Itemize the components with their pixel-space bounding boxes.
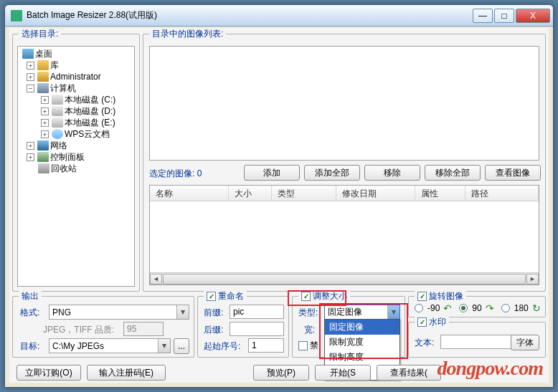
restrict-checkbox[interactable] xyxy=(298,341,308,350)
quality-label: JPEG，TIFF 品质: xyxy=(43,324,114,336)
suffix-input[interactable] xyxy=(230,322,284,336)
computer-icon xyxy=(37,83,49,93)
format-combo[interactable]: PNG▾ xyxy=(49,305,189,320)
col-type[interactable]: 类型 xyxy=(272,186,336,201)
col-path[interactable]: 路径 xyxy=(465,186,539,201)
col-name[interactable]: 名称 xyxy=(150,186,229,201)
tree-node-admin[interactable]: +Administrator xyxy=(18,71,134,82)
view-image-button[interactable]: 查看图像 xyxy=(485,165,541,181)
title-bar[interactable]: Batch Image Resizer 2.88(试用版) — □ X xyxy=(5,5,553,27)
remove-all-button[interactable]: 移除全部 xyxy=(425,165,481,181)
resize-option[interactable]: 固定图像 xyxy=(325,320,399,335)
expand-icon[interactable]: + xyxy=(27,62,34,70)
tree-node-libraries[interactable]: +库 xyxy=(18,59,134,71)
tree-node-desktop[interactable]: 桌面 xyxy=(18,48,134,59)
cloud-icon xyxy=(52,129,63,139)
horizontal-scrollbar[interactable]: ◄ ► xyxy=(150,272,539,285)
resize-checkbox[interactable] xyxy=(301,292,311,301)
preview-button[interactable]: 预览(P) xyxy=(253,365,309,381)
images-table[interactable]: 名称 大小 类型 修改日期 属性 路径 ◄ ► xyxy=(149,185,539,285)
table-header: 名称 大小 类型 修改日期 属性 路径 xyxy=(150,186,539,201)
font-button[interactable]: 字体 xyxy=(511,335,539,350)
folder-tree-label: 选择目录: xyxy=(19,28,61,40)
recycle-icon xyxy=(38,163,49,173)
add-button[interactable]: 添加 xyxy=(244,165,300,181)
chevron-down-icon: ▾ xyxy=(158,339,170,353)
directory-images-list[interactable] xyxy=(149,46,539,161)
scroll-right-icon[interactable]: ► xyxy=(526,274,539,285)
prefix-input[interactable]: pic xyxy=(230,305,284,319)
tree-node-recycle[interactable]: 回收站 xyxy=(18,163,134,174)
drive-icon xyxy=(52,118,63,128)
control-panel-icon xyxy=(37,152,49,162)
resize-option[interactable]: 限制高度 xyxy=(325,350,399,365)
rename-group: 重命名 前缀: pic 后缀: 起始序号: 1 xyxy=(197,296,289,358)
target-combo[interactable]: C:\My JPEGs▾ xyxy=(49,338,171,353)
close-button[interactable]: X xyxy=(516,9,550,23)
app-window: Batch Image Resizer 2.88(试用版) — □ X 选择目录… xyxy=(4,4,554,388)
target-label: 目标: xyxy=(20,340,39,353)
prefix-label: 前缀: xyxy=(204,307,223,319)
col-attr[interactable]: 属性 xyxy=(415,186,465,201)
network-icon xyxy=(37,140,49,150)
rotate-checkbox[interactable] xyxy=(417,292,427,301)
seq-input[interactable]: 1 xyxy=(248,338,284,353)
tree-node-computer[interactable]: −计算机 xyxy=(18,82,134,94)
rename-check-label[interactable]: 重命名 xyxy=(204,290,247,302)
library-icon xyxy=(37,60,49,70)
selected-count: 0 xyxy=(197,168,202,178)
add-all-button[interactable]: 添加全部 xyxy=(304,165,360,181)
rotate-p90-radio[interactable] xyxy=(459,304,468,312)
order-button[interactable]: 立即订购(O) xyxy=(16,365,81,381)
image-list-label: 目录中的图像列表: xyxy=(149,28,226,40)
col-size[interactable]: 大小 xyxy=(229,186,272,201)
tree-node-control-panel[interactable]: +控制面板 xyxy=(18,151,134,163)
minimize-button[interactable]: — xyxy=(473,9,493,23)
wm-text-input[interactable] xyxy=(440,335,512,349)
rename-checkbox[interactable] xyxy=(207,292,216,301)
resize-type-label: 类型: xyxy=(298,307,318,319)
drive-icon xyxy=(52,95,63,105)
selected-images-label: 选定的图像: 0 xyxy=(149,168,202,180)
rotate-ccw-icon: ↶ xyxy=(443,302,452,314)
watermark-checkbox[interactable] xyxy=(417,317,427,327)
tree-node-drive-e[interactable]: +本地磁盘 (E:) xyxy=(18,117,134,128)
tree-node-drive-d[interactable]: +本地磁盘 (D:) xyxy=(18,105,134,117)
col-date[interactable]: 修改日期 xyxy=(336,186,415,201)
rotate-cw-icon: ↷ xyxy=(486,302,494,314)
resize-option[interactable]: 限制宽度 xyxy=(325,335,399,350)
resize-group: 调整大小 类型: 固定图像▾ 宽: 禁 固定图像 限制宽度 限制高度 忽略比例 xyxy=(292,296,405,358)
resize-check-label[interactable]: 调整大小 xyxy=(298,290,350,302)
folder-tree-group: 选择目录: 桌面 +库 +Administrator −计算机 +本地磁盘 (C… xyxy=(12,34,140,292)
watermark-group: 水印 文本: 字体 xyxy=(408,322,546,358)
rotate-check-label[interactable]: 旋转图像 xyxy=(415,290,466,302)
resize-type-combo[interactable]: 固定图像▾ xyxy=(324,305,400,320)
output-group: 输出 格式: PNG▾ JPEG，TIFF 品质: 95 目标: C:\My J… xyxy=(12,296,194,358)
tree-node-wps[interactable]: +WPS云文档 xyxy=(18,128,134,140)
start-button[interactable]: 开始(S xyxy=(315,365,371,381)
desktop-icon xyxy=(22,49,34,59)
tree-node-drive-c[interactable]: +本地磁盘 (C:) xyxy=(18,94,134,105)
scroll-thumb[interactable] xyxy=(163,274,526,285)
scroll-left-icon[interactable]: ◄ xyxy=(150,274,162,285)
browse-button[interactable]: ... xyxy=(174,338,189,354)
user-icon xyxy=(37,72,49,82)
results-button[interactable]: 查看结果( xyxy=(377,365,441,381)
tree-node-network[interactable]: +网络 xyxy=(18,140,134,151)
watermark-text: dongpow.com xyxy=(438,357,543,380)
format-label: 格式: xyxy=(20,307,39,319)
rotate-m90-radio[interactable] xyxy=(415,304,423,312)
rotate-p180-radio[interactable] xyxy=(501,304,510,312)
wm-text-label: 文本: xyxy=(415,337,434,349)
image-list-group: 目录中的图像列表: 选定的图像: 0 添加 添加全部 移除 移除全部 查看图像 … xyxy=(143,34,546,292)
watermark-check-label[interactable]: 水印 xyxy=(415,316,449,328)
chevron-down-icon: ▾ xyxy=(176,305,189,319)
maximize-button[interactable]: □ xyxy=(494,9,514,23)
register-button[interactable]: 输入注册码(E) xyxy=(87,365,166,381)
suffix-label: 后缀: xyxy=(204,324,223,336)
folder-tree[interactable]: 桌面 +库 +Administrator −计算机 +本地磁盘 (C:) +本地… xyxy=(17,46,135,287)
seq-label: 起始序号: xyxy=(204,340,240,353)
restrict-check[interactable]: 禁 xyxy=(298,340,318,352)
output-label: 输出 xyxy=(19,290,42,302)
remove-button[interactable]: 移除 xyxy=(364,165,420,181)
